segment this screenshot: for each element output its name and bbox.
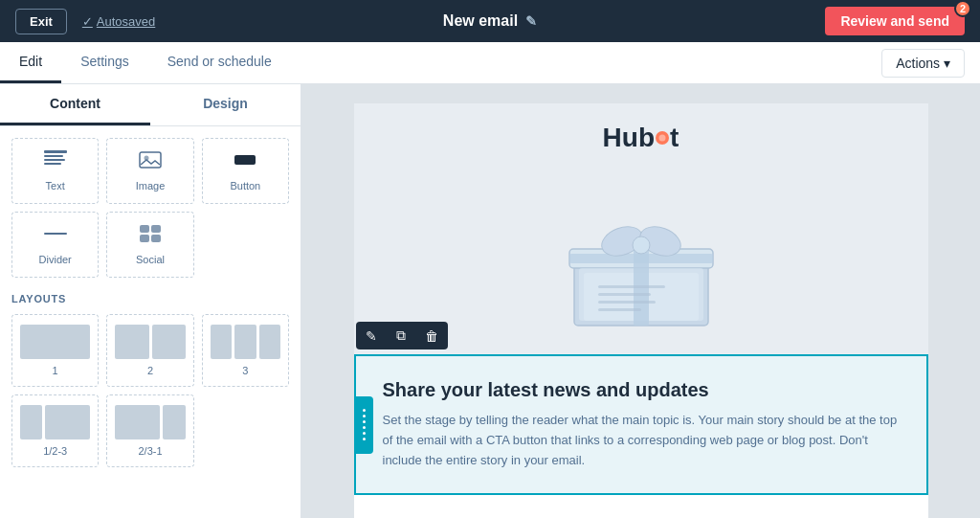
element-image[interactable]: Image bbox=[106, 138, 193, 204]
layout-col bbox=[259, 325, 280, 359]
layout-2col-preview bbox=[115, 325, 185, 359]
tab-settings[interactable]: Settings bbox=[61, 42, 148, 83]
email-logo-section: Hubt bbox=[354, 103, 928, 172]
svg-rect-4 bbox=[140, 152, 161, 168]
handle-dot bbox=[363, 415, 366, 417]
svg-rect-9 bbox=[151, 225, 161, 233]
layout-1-2-3-preview bbox=[20, 405, 90, 439]
content-body: Set the stage by telling the reader what… bbox=[383, 411, 900, 470]
svg-point-13 bbox=[659, 135, 666, 142]
layout-col bbox=[115, 405, 160, 439]
review-and-send-button[interactable]: Review and send 2 bbox=[825, 7, 965, 35]
top-header: Exit ✓ Autosaved New email ✎ Review and … bbox=[0, 0, 980, 42]
layout-2-3-1[interactable]: 2/3-1 bbox=[106, 394, 193, 467]
svg-rect-25 bbox=[598, 301, 656, 304]
layout-1col-preview bbox=[20, 325, 90, 359]
handle-dot bbox=[363, 420, 366, 423]
layout-1col-label: 1 bbox=[53, 365, 58, 376]
button-element-icon bbox=[234, 150, 256, 174]
handle-dot bbox=[363, 409, 366, 412]
tab-send-or-schedule[interactable]: Send or schedule bbox=[148, 42, 291, 83]
block-toolbar: ✎ ⧉ 🗑 bbox=[356, 322, 448, 349]
handle-dot bbox=[363, 426, 366, 429]
element-divider[interactable]: Divider bbox=[11, 212, 99, 278]
content-block[interactable]: ✎ ⧉ 🗑 Share your latest news and updates… bbox=[354, 354, 928, 495]
divider-element-label: Divider bbox=[39, 254, 72, 265]
layout-col bbox=[115, 325, 148, 359]
checkmark-icon: ✓ bbox=[82, 14, 93, 29]
layout-col bbox=[45, 405, 90, 439]
svg-rect-11 bbox=[151, 235, 161, 242]
layout-3col-preview bbox=[211, 325, 280, 359]
layout-col bbox=[163, 405, 185, 439]
svg-point-22 bbox=[633, 236, 650, 254]
layout-col bbox=[20, 325, 90, 359]
edit-title-icon[interactable]: ✎ bbox=[525, 13, 537, 29]
drag-handle[interactable] bbox=[356, 396, 373, 454]
svg-rect-23 bbox=[598, 285, 665, 288]
autosaved-status[interactable]: ✓ Autosaved bbox=[82, 14, 155, 29]
sidebar-tab-content[interactable]: Content bbox=[0, 84, 150, 125]
handle-dot bbox=[363, 438, 366, 440]
email-canvas: Hubt bbox=[354, 103, 928, 518]
layout-3col[interactable]: 3 bbox=[202, 314, 289, 387]
text-element-icon bbox=[44, 150, 67, 174]
sidebar: Content Design Text bbox=[0, 84, 301, 518]
layouts-section-title: LAYOUTS bbox=[11, 293, 289, 304]
hubspot-logo: Hubt bbox=[603, 123, 679, 153]
email-title: New email bbox=[443, 12, 518, 30]
svg-rect-10 bbox=[140, 235, 149, 242]
gift-svg bbox=[536, 191, 746, 335]
main-layout: Content Design Text bbox=[0, 84, 980, 518]
duplicate-block-button[interactable]: ⧉ bbox=[387, 322, 415, 349]
layout-2col-label: 2 bbox=[147, 365, 153, 376]
text-element-label: Text bbox=[46, 180, 65, 191]
layout-3col-label: 3 bbox=[242, 365, 248, 376]
autosaved-label: Autosaved bbox=[97, 14, 155, 29]
tab-edit[interactable]: Edit bbox=[0, 42, 61, 83]
edit-block-button[interactable]: ✎ bbox=[356, 322, 387, 349]
email-title-area: New email ✎ bbox=[443, 12, 537, 30]
layout-1col[interactable]: 1 bbox=[11, 314, 99, 387]
svg-rect-8 bbox=[140, 225, 149, 233]
notification-badge: 2 bbox=[954, 0, 971, 17]
divider-element-icon bbox=[44, 224, 67, 248]
element-button[interactable]: Button bbox=[202, 138, 289, 204]
header-left: Exit ✓ Autosaved bbox=[15, 9, 155, 34]
svg-rect-7 bbox=[44, 233, 67, 235]
element-social[interactable]: Social bbox=[106, 212, 193, 278]
elements-grid: Text Image bbox=[11, 138, 289, 278]
layout-col bbox=[20, 405, 42, 439]
svg-rect-1 bbox=[44, 155, 63, 157]
layout-1-2-3[interactable]: 1/2-3 bbox=[11, 394, 99, 467]
social-element-label: Social bbox=[136, 254, 165, 265]
spread-section: Spread the word bbox=[354, 495, 928, 518]
element-text[interactable]: Text bbox=[11, 138, 99, 204]
content-heading: Share your latest news and updates bbox=[383, 379, 900, 401]
svg-rect-19 bbox=[569, 254, 713, 263]
social-element-icon bbox=[139, 224, 162, 248]
canvas-area: Hubt bbox=[301, 84, 980, 518]
content-block-inner: Share your latest news and updates Set t… bbox=[356, 356, 926, 493]
svg-rect-2 bbox=[44, 159, 65, 161]
svg-rect-0 bbox=[44, 150, 67, 153]
button-element-label: Button bbox=[230, 180, 260, 191]
svg-rect-3 bbox=[44, 163, 61, 165]
delete-block-button[interactable]: 🗑 bbox=[415, 322, 448, 349]
layouts-grid: 1 2 3 bbox=[11, 314, 289, 467]
review-btn-label: Review and send bbox=[840, 13, 949, 29]
exit-button[interactable]: Exit bbox=[15, 9, 67, 34]
image-element-label: Image bbox=[136, 180, 166, 191]
handle-dot bbox=[363, 432, 366, 435]
layout-col bbox=[152, 325, 186, 359]
layout-2-3-1-preview bbox=[115, 405, 185, 439]
sidebar-tab-design[interactable]: Design bbox=[150, 84, 301, 125]
layout-2col[interactable]: 2 bbox=[106, 314, 193, 387]
layout-1-2-3-label: 1/2-3 bbox=[43, 445, 67, 457]
sidebar-tabs: Content Design bbox=[0, 84, 301, 126]
image-element-icon bbox=[139, 150, 162, 174]
svg-rect-6 bbox=[234, 155, 256, 165]
layout-2-3-1-label: 2/3-1 bbox=[138, 445, 162, 457]
actions-button[interactable]: Actions ▾ bbox=[881, 49, 965, 78]
svg-rect-24 bbox=[598, 293, 651, 296]
